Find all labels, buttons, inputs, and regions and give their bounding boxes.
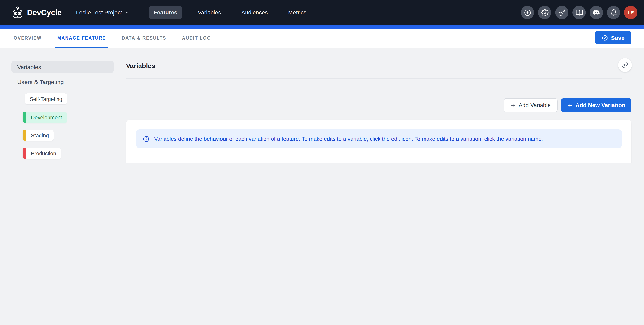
sidebar-item-variables[interactable]: Variables xyxy=(11,61,114,73)
app-viewport: DevCycle Leslie Test Project Features Va… xyxy=(0,0,644,162)
sidebar-env-development[interactable]: Development xyxy=(23,112,67,123)
settings-gear-button[interactable] xyxy=(538,6,551,19)
brand-logo[interactable]: DevCycle xyxy=(12,6,62,19)
page-title: Variables xyxy=(126,62,155,70)
add-new-variation-label: Add New Variation xyxy=(576,102,626,108)
api-keys-button[interactable] xyxy=(555,6,568,19)
main-content: Variables Add Variable Add New Variation… xyxy=(126,48,644,162)
plus-icon xyxy=(567,103,572,108)
nav-item-variables[interactable]: Variables xyxy=(193,6,226,19)
check-circle-icon xyxy=(602,35,608,41)
tab-overview[interactable]: OVERVIEW xyxy=(11,29,44,48)
project-selector[interactable]: Leslie Test Project xyxy=(76,9,130,16)
feature-sidebar: Variables Users & Targeting Self-Targeti… xyxy=(0,48,126,162)
variables-card: Variables define the behaviour of each v… xyxy=(126,120,632,162)
title-divider xyxy=(126,78,622,79)
env-label: Self-Targeting xyxy=(25,93,67,104)
info-banner: Variables define the behaviour of each v… xyxy=(136,129,622,148)
add-variable-button[interactable]: Add Variable xyxy=(504,98,558,112)
add-circle-button[interactable] xyxy=(521,6,534,19)
env-label: Production xyxy=(26,148,61,159)
add-variable-label: Add Variable xyxy=(518,102,551,108)
sidebar-env-self-targeting[interactable]: Self-Targeting xyxy=(25,93,67,104)
feature-tabbar: OVERVIEW MANAGE FEATURE DATA & RESULTS A… xyxy=(0,29,644,48)
info-circle-icon xyxy=(143,135,150,142)
sidebar-item-users-targeting[interactable]: Users & Targeting xyxy=(17,79,64,85)
tab-data-results[interactable]: DATA & RESULTS xyxy=(119,29,169,48)
env-label: Development xyxy=(26,112,67,123)
env-color-bar xyxy=(23,148,26,159)
info-banner-text: Variables define the behaviour of each v… xyxy=(154,136,543,142)
brand-name: DevCycle xyxy=(27,8,62,17)
sidebar-env-production[interactable]: Production xyxy=(23,148,61,159)
sidebar-env-staging[interactable]: Staging xyxy=(23,130,54,141)
notifications-bell-button[interactable] xyxy=(607,6,620,19)
project-selector-label: Leslie Test Project xyxy=(76,9,122,16)
add-new-variation-button[interactable]: Add New Variation xyxy=(561,98,632,112)
chevron-down-icon xyxy=(125,10,130,15)
tab-manage-feature[interactable]: MANAGE FEATURE xyxy=(55,29,108,48)
nav-item-features[interactable]: Features xyxy=(149,6,182,19)
top-navbar: DevCycle Leslie Test Project Features Va… xyxy=(0,0,644,25)
env-color-bar xyxy=(23,130,26,141)
save-button-label: Save xyxy=(611,34,625,41)
primary-nav: Features Variables Audiences Metrics xyxy=(149,6,311,19)
save-button[interactable]: Save xyxy=(595,31,632,44)
nav-item-metrics[interactable]: Metrics xyxy=(284,6,311,19)
user-avatar[interactable]: LE xyxy=(624,6,637,19)
link-icon xyxy=(622,62,628,68)
navbar-actions: LE xyxy=(521,0,637,25)
env-color-bar xyxy=(23,112,26,123)
docs-book-button[interactable] xyxy=(572,6,586,19)
plus-icon xyxy=(510,103,516,108)
feature-progress-strip xyxy=(0,25,644,29)
discord-button[interactable] xyxy=(590,6,603,19)
feature-tabs: OVERVIEW MANAGE FEATURE DATA & RESULTS A… xyxy=(11,29,213,48)
devcycle-robot-icon xyxy=(12,6,24,19)
nav-item-audiences[interactable]: Audiences xyxy=(236,6,272,19)
env-label: Staging xyxy=(26,130,54,141)
section-link-button[interactable] xyxy=(618,58,632,72)
tab-audit-log[interactable]: AUDIT LOG xyxy=(180,29,213,48)
